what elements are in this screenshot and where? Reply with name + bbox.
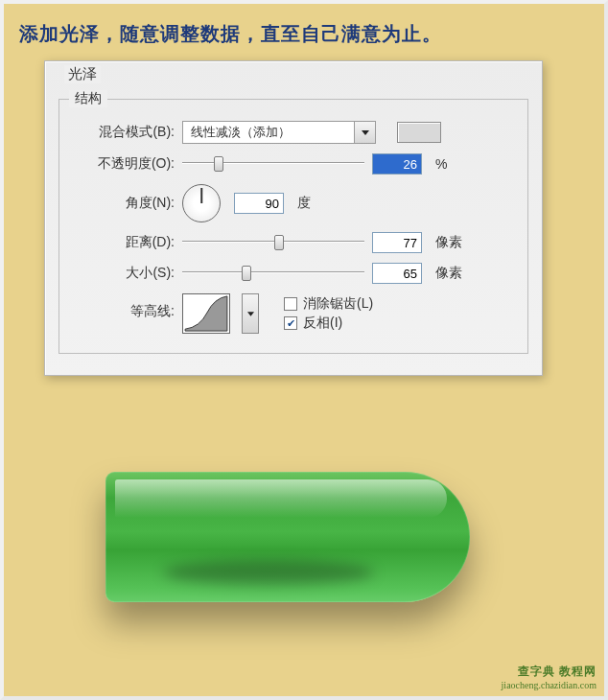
watermark: 查字典 教程网 jiaocheng.chazidian.com	[502, 664, 596, 690]
opacity-row: 不透明度(O): %	[73, 153, 514, 175]
angle-row: 角度(N): 度	[73, 184, 514, 222]
size-thumb[interactable]	[242, 266, 251, 281]
panel-title: 光泽	[64, 65, 101, 83]
green-button-preview	[105, 472, 470, 602]
contour-label: 等高线:	[73, 293, 175, 320]
invert-checkbox[interactable]: ✔	[284, 316, 297, 330]
color-swatch[interactable]	[397, 122, 441, 143]
satin-panel: 光泽 结构 混合模式(B): 线性减淡（添加） 不透明度(O): % 角度(N)…	[44, 60, 543, 376]
contour-preview[interactable]	[182, 293, 230, 334]
angle-input[interactable]	[234, 193, 284, 214]
anti-alias-label: 消除锯齿(L)	[303, 295, 373, 313]
angle-dial[interactable]	[182, 184, 221, 222]
caret-down-icon	[247, 312, 254, 316]
opacity-slider[interactable]	[182, 154, 364, 174]
distance-thumb[interactable]	[274, 235, 284, 250]
instruction-caption: 添加光泽，随意调整数据，直至自己满意为止。	[4, 4, 604, 60]
size-slider[interactable]	[182, 264, 364, 283]
size-row: 大小(S): 像素	[73, 263, 514, 284]
size-unit: 像素	[435, 265, 462, 282]
distance-unit: 像素	[435, 234, 462, 251]
angle-unit: 度	[297, 195, 311, 212]
opacity-input[interactable]	[372, 153, 422, 175]
watermark-url: jiaocheng.chazidian.com	[502, 680, 596, 690]
distance-slider[interactable]	[182, 233, 364, 252]
size-label: 大小(S):	[73, 265, 175, 282]
distance-row: 距离(D): 像素	[73, 232, 514, 253]
structure-legend: 结构	[69, 90, 107, 107]
blend-mode-row: 混合模式(B): 线性减淡（添加）	[73, 121, 514, 144]
opacity-unit: %	[435, 156, 447, 172]
invert-label: 反相(I)	[303, 315, 342, 332]
caret-down-icon	[362, 130, 369, 135]
distance-input[interactable]	[372, 232, 422, 253]
angle-label: 角度(N):	[73, 195, 175, 212]
anti-alias-checkbox[interactable]	[284, 297, 297, 311]
blend-mode-dropdown-button[interactable]	[355, 121, 376, 144]
blend-mode-label: 混合模式(B):	[73, 124, 175, 141]
opacity-label: 不透明度(O):	[73, 155, 175, 173]
contour-dropdown-button[interactable]	[242, 293, 259, 334]
contour-options: 消除锯齿(L) ✔ 反相(I)	[284, 293, 373, 334]
checkmark-icon: ✔	[287, 317, 295, 330]
contour-curve-icon	[183, 294, 229, 333]
contour-row: 等高线: 消除锯齿(L) ✔ 反相(I)	[73, 293, 514, 334]
size-input[interactable]	[372, 263, 422, 284]
structure-fieldset: 结构 混合模式(B): 线性减淡（添加） 不透明度(O): % 角度(N):	[58, 99, 528, 354]
blend-mode-select[interactable]: 线性减淡（添加）	[182, 121, 355, 144]
opacity-thumb[interactable]	[214, 156, 223, 172]
watermark-title: 查字典 教程网	[502, 664, 596, 680]
distance-label: 距离(D):	[73, 234, 175, 251]
